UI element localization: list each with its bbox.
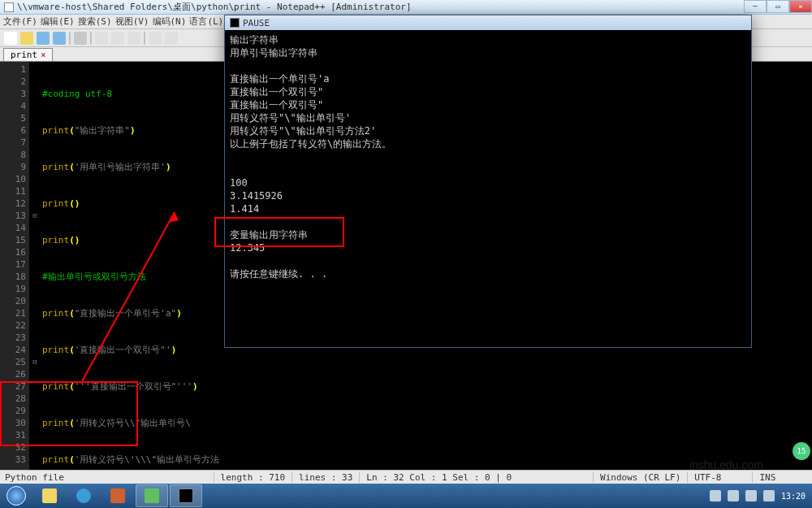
badge-icon[interactable]: 15 [793,442,810,460]
print-icon[interactable] [74,32,87,45]
copy-icon[interactable] [111,32,124,45]
task-app1[interactable] [102,484,134,507]
window-title: \\vmware-host\Shared Folders\桌面\python\p… [17,1,412,13]
separator [69,32,71,45]
console-title-bar: PAUSE [225,15,751,30]
doc-icon [4,2,14,12]
task-explorer[interactable] [33,484,66,507]
task-cmd[interactable] [170,484,202,507]
fold-margin: ⊟⊟ [29,62,41,470]
save-all-icon[interactable] [53,32,66,45]
menu-search[interactable]: 搜索(S) [78,15,112,28]
tab-print[interactable]: print × [3,48,53,61]
taskbar: 13:20 [0,484,812,508]
title-bar: \\vmware-host\Shared Folders\桌面\python\p… [0,0,812,15]
undo-icon[interactable] [149,32,162,45]
clock[interactable]: 13:20 [781,492,806,501]
tray-network-icon[interactable] [745,490,757,501]
task-ie[interactable] [67,484,100,507]
watermark: jnshu.edu.com [689,458,763,471]
minimize-button[interactable]: ─ [744,0,767,13]
tab-label: print [11,50,37,60]
paste-icon[interactable] [127,32,140,45]
cut-icon[interactable] [95,32,108,45]
console-title: PAUSE [243,18,270,28]
tab-close-icon[interactable]: × [41,50,45,59]
maximize-button[interactable]: ▭ [767,0,789,13]
menu-encoding[interactable]: 编码(N) [153,15,187,28]
code-line: #coding utf-8 [42,89,112,99]
line-numbers: 1234567891011121314151617181920212223242… [0,62,29,470]
new-icon[interactable] [4,32,17,45]
open-icon[interactable] [20,32,33,45]
start-button[interactable] [0,484,32,508]
separator [144,32,145,45]
task-notepadpp[interactable] [136,484,168,507]
console-output: 输出字符串 用单引号输出字符串 直接输出一个单引号'a 直接输出一个双引号" 直… [225,30,751,284]
menu-language[interactable]: 语言(L) [189,15,223,28]
console-window[interactable]: PAUSE 输出字符串 用单引号输出字符串 直接输出一个单引号'a 直接输出一个… [224,15,752,348]
separator [90,32,92,45]
window-controls: ─ ▭ × [744,0,812,13]
system-tray: 13:20 [703,490,812,501]
console-icon [230,18,240,28]
tray-volume-icon[interactable] [763,490,775,501]
menu-view[interactable]: 视图(V) [115,15,149,28]
tray-chevron-icon[interactable] [710,490,721,501]
save-icon[interactable] [37,32,50,45]
menu-edit[interactable]: 编辑(E) [41,15,75,28]
close-button[interactable]: × [789,0,812,13]
menu-file[interactable]: 文件(F) [3,15,37,28]
redo-icon[interactable] [165,32,178,45]
tray-flag-icon[interactable] [728,490,739,501]
windows-orb-icon [6,486,26,506]
